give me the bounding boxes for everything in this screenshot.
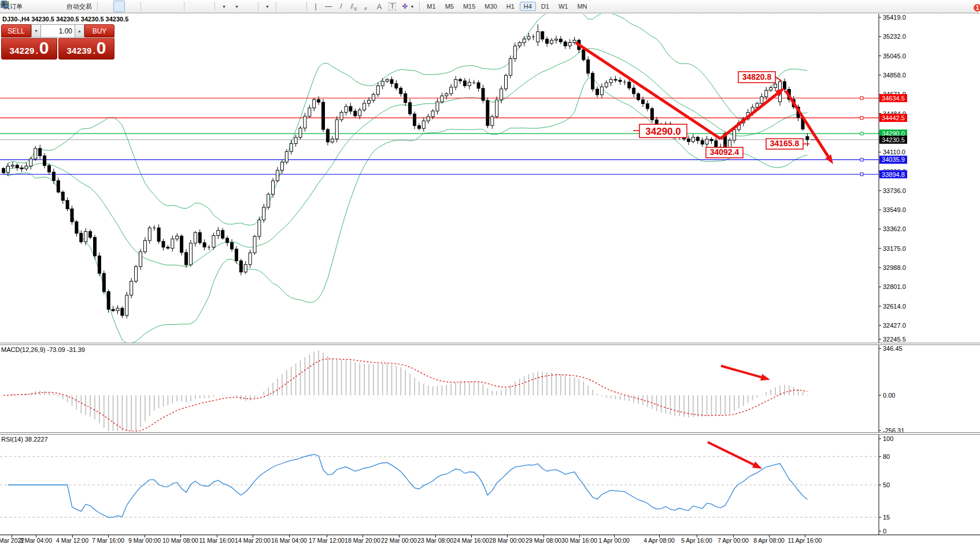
svg-text:15: 15 [883,514,890,521]
svg-text:32245.5: 32245.5 [883,336,906,343]
main-toolbar: 新订单 自动交易 [0,0,980,13]
trendline-button[interactable]: / [335,1,347,12]
finance-button[interactable] [26,1,38,12]
chart-shift-button[interactable] [200,1,212,12]
zoom-out-button[interactable] [157,1,168,12]
sell-price-dot: . [36,46,38,55]
time-label: 9 Mar 00:00 [128,537,161,544]
macd-label: MACD(12,26,9) -73.09 -31.39 [1,346,85,353]
shapes-button[interactable]: ✤ ▼ [400,1,416,12]
svg-text:34165.8: 34165.8 [770,139,800,148]
new-chart-button[interactable]: ▼ [218,1,230,12]
chevron-down-icon: ▼ [265,5,269,9]
vertical-line-icon: | [315,3,316,10]
time-label: 10 Mar 08:00 [162,537,198,544]
time-label: 5 Apr 16:00 [681,537,712,544]
sell-price-button[interactable]: 34229.0 [1,38,57,60]
toolbar-separator [419,2,420,11]
crosshair-button[interactable] [292,1,304,12]
time-label: 7 Apr 00:00 [718,537,749,544]
fibonacci-button[interactable]: F [361,1,372,12]
time-label: 3 Mar 04:00 [20,537,52,544]
auto-scroll-button[interactable] [187,1,199,12]
svg-text:346.45: 346.45 [883,345,903,352]
rsi-chart[interactable]: 1008050150 [0,435,980,535]
mt4-terminal: { "toolbar": { "new_order_label": "新订单",… [0,0,980,545]
candlestick-button[interactable] [113,1,125,12]
svg-text:34442.5: 34442.5 [882,114,905,121]
timeframe-m1[interactable]: M1 [423,2,439,11]
time-label: 11 Apr 16:00 [788,537,822,544]
auto-trading-label: 自动交易 [66,2,92,11]
timeframe-h4[interactable]: H4 [520,2,536,11]
zoom-in-button[interactable] [144,1,156,12]
periods-button[interactable]: ▼ [231,1,242,12]
volume-decrease-button[interactable]: ▼ [31,24,41,38]
sell-button[interactable]: SELL [1,24,31,38]
cursor-button[interactable] [279,1,291,12]
buy-price-pip: 0 [97,40,106,55]
svg-text:33549.0: 33549.0 [883,206,906,213]
text-label-button[interactable]: T [386,1,398,12]
svg-text:34858.0: 34858.0 [883,72,906,79]
rsi-panel[interactable]: RSI(14) 38.2227 1008050150 [0,435,980,535]
time-label: 4 Apr 08:00 [644,537,675,544]
tile-windows-button[interactable] [169,1,181,12]
svg-text:0.00: 0.00 [883,392,895,399]
svg-text:100: 100 [883,435,893,442]
community-button[interactable] [39,1,50,12]
svg-text:34290.0: 34290.0 [645,126,681,137]
auto-trading-button[interactable]: 自动交易 [64,1,94,12]
toolbar-separator [215,2,215,11]
volume-increase-button[interactable]: ▲ [75,24,84,38]
toolbar-separator [184,2,184,11]
one-click-trade-panel: SELL ▼ ▲ BUY 34229.0 34239.0 [1,24,114,60]
vertical-line-button[interactable]: | [310,1,321,12]
time-label: 1 Apr 00:00 [598,537,630,544]
horizontal-line-button[interactable]: — [323,1,334,12]
equidistant-channel-icon: ⫽ [350,3,353,10]
macd-panel[interactable]: MACD(12,26,9) -73.09 -31.39 346.450.00-2… [0,345,980,432]
svg-text:33362.0: 33362.0 [883,225,906,232]
buy-price-dot: . [93,46,95,55]
candlestick-chart[interactable]: 35419.035232.035045.034858.034671.034484… [0,14,980,343]
timeframe-mn[interactable]: MN [573,2,591,11]
text-label-icon: T [389,2,396,10]
bar-chart-button[interactable] [101,1,112,12]
svg-text:33736.0: 33736.0 [883,187,906,194]
buy-button[interactable]: BUY [84,24,114,38]
symbol-ohlc-header: DJ30-,H4 34230.5 34230.5 34230.5 34230.5 [2,16,128,23]
text-button[interactable]: A [373,1,385,12]
svg-text:33894.8: 33894.8 [882,171,905,178]
timeframe-w1[interactable]: W1 [554,2,572,11]
macd-chart[interactable]: 346.450.00-256.31 [0,345,980,432]
indicators-button[interactable]: ▼ [261,1,273,12]
search-icon[interactable] [0,0,10,10]
volume-input[interactable] [41,24,75,38]
svg-text:35232.0: 35232.0 [883,33,906,40]
timeframe-m30[interactable]: M30 [480,2,501,11]
buy-price-button[interactable]: 34239.0 [58,38,114,60]
svg-text:-256.31: -256.31 [883,427,904,432]
time-axis[interactable]: Mar 20223 Mar 04:004 Mar 12:007 Mar 16:0… [0,535,980,545]
line-chart-button[interactable] [126,1,138,12]
templates-button[interactable] [243,1,255,12]
toolbar-separator [306,2,307,11]
timeframe-m5[interactable]: M5 [441,2,458,11]
time-label: 4 Mar 12:00 [56,537,88,544]
timeframe-h1[interactable]: H1 [502,2,519,11]
time-label: 16 Mar 04:00 [271,537,307,544]
trendline-icon: / [340,3,342,10]
text-icon: A [377,3,382,10]
timeframe-d1[interactable]: D1 [537,2,553,11]
chevron-down-icon: ▼ [222,5,226,9]
equidistant-channel-button[interactable]: ⫽ E [348,1,360,12]
fib-sub-label: F [365,6,368,12]
svg-text:50: 50 [883,481,890,488]
time-label: 14 Mar 20:00 [235,537,271,544]
timeframe-m15[interactable]: M15 [459,2,479,11]
main-chart-panel[interactable]: DJ30-,H4 34230.5 34230.5 34230.5 34230.5… [0,14,980,343]
signals-button[interactable] [51,1,63,12]
buy-price: 34239 [66,46,91,55]
svg-text:0: 0 [883,528,886,535]
